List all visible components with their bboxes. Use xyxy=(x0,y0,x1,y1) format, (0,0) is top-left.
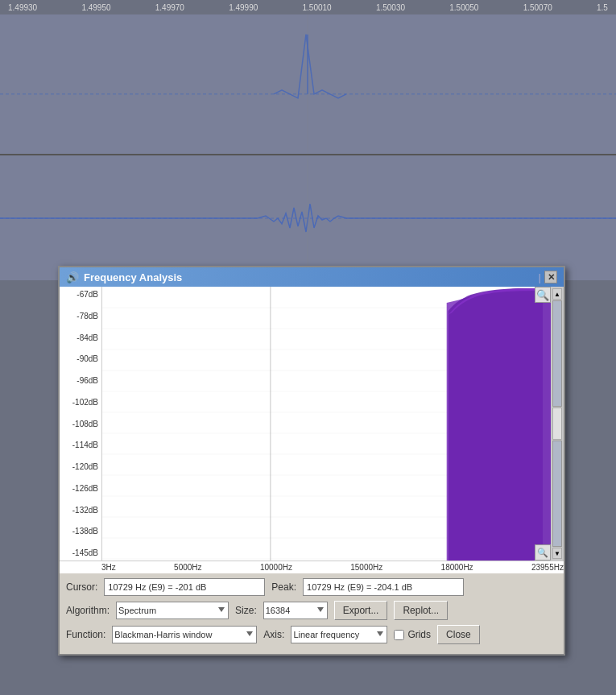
grids-checkbox-row: Grids xyxy=(394,629,431,640)
function-axis-row: Function: Blackman-Harris window Axis: L… xyxy=(66,625,557,644)
frequency-analysis-dialog: 🔊 Frequency Analysis | ✕ -67dB -78dB -84… xyxy=(58,266,565,656)
x-label-4: 15000Hz xyxy=(350,563,382,572)
freq-label-6: 1.50030 xyxy=(376,3,405,12)
freq-label-7: 1.50050 xyxy=(449,3,478,12)
y-label-4: -90dB xyxy=(63,354,98,363)
chart-scrollbar[interactable]: ▲ ▼ xyxy=(551,287,564,561)
axis-label: Axis: xyxy=(263,629,284,640)
replot-button[interactable]: Replot... xyxy=(394,601,448,620)
freq-label-3: 1.49970 xyxy=(155,3,184,12)
peak-label: Peak: xyxy=(271,581,296,593)
scrollbar-down[interactable]: ▼ xyxy=(552,548,562,559)
controls-area: Cursor: Peak: Algorithm: Spectrum Size: … xyxy=(60,573,564,654)
zoom-out-button[interactable]: 🔍 xyxy=(535,544,551,561)
dialog-icon: 🔊 xyxy=(66,271,79,283)
dialog-title: Frequency Analysis xyxy=(84,271,182,283)
freq-label-4: 1.49990 xyxy=(229,3,258,12)
size-label: Size: xyxy=(235,605,257,616)
grids-checkbox[interactable] xyxy=(394,630,404,640)
x-label-2: 5000Hz xyxy=(174,563,201,572)
dialog-close-button[interactable]: ✕ xyxy=(544,271,557,283)
dialog-title-left: 🔊 Frequency Analysis xyxy=(66,271,182,283)
y-label-13: -145dB xyxy=(63,548,98,557)
freq-label-2: 1.49950 xyxy=(81,3,110,12)
y-label-3: -84dB xyxy=(63,333,98,342)
function-label: Function: xyxy=(66,629,105,640)
y-label-10: -126dB xyxy=(63,484,98,493)
waveform-top xyxy=(0,14,616,155)
y-label-5: -96dB xyxy=(63,376,98,385)
export-button[interactable]: Export... xyxy=(334,601,388,620)
peak-field[interactable] xyxy=(303,578,464,596)
x-label-6: 23955Hz xyxy=(531,563,564,572)
y-label-7: -108dB xyxy=(63,420,98,428)
chart-plot: 🔍 🔍 xyxy=(101,287,551,561)
function-select[interactable]: Blackman-Harris window xyxy=(112,626,257,643)
algorithm-size-row: Algorithm: Spectrum Size: 16384 Export..… xyxy=(66,601,557,620)
cursor-field[interactable] xyxy=(104,578,265,596)
y-label-8: -114dB xyxy=(63,441,98,449)
freq-label-1: 1.49930 xyxy=(8,3,37,12)
dialog-titlebar: 🔊 Frequency Analysis | ✕ xyxy=(60,267,564,287)
zoom-in-button[interactable]: 🔍 xyxy=(535,287,551,303)
axis-select[interactable]: Linear frequency xyxy=(291,626,387,643)
freq-label-5: 1.50010 xyxy=(303,3,332,12)
x-label-1: 3Hz xyxy=(101,563,116,572)
algorithm-select[interactable]: Spectrum xyxy=(116,602,229,619)
y-label-11: -132dB xyxy=(63,506,98,515)
size-select[interactable]: 16384 xyxy=(263,602,328,619)
close-button[interactable]: Close xyxy=(437,625,480,644)
freq-label-9: 1.5 xyxy=(597,3,608,12)
x-axis: 3Hz 5000Hz 10000Hz 15000Hz 18000Hz 23955… xyxy=(60,561,564,573)
y-axis: -67dB -78dB -84dB -90dB -96dB -102dB -10… xyxy=(60,287,101,561)
x-label-5: 18000Hz xyxy=(441,563,473,572)
freq-label-8: 1.50070 xyxy=(523,3,552,12)
chart-container: -67dB -78dB -84dB -90dB -96dB -102dB -10… xyxy=(60,287,564,561)
scrollbar-thumb[interactable] xyxy=(552,407,562,440)
y-label-1: -67dB xyxy=(63,290,98,299)
y-label-12: -138dB xyxy=(63,527,98,536)
cursor-peak-row: Cursor: Peak: xyxy=(66,578,557,596)
grids-label: Grids xyxy=(407,629,431,640)
scrollbar-up[interactable]: ▲ xyxy=(552,288,562,300)
cursor-label: Cursor: xyxy=(66,581,97,593)
title-divider: | xyxy=(539,271,541,283)
x-label-3: 10000Hz xyxy=(260,563,292,572)
y-label-2: -78dB xyxy=(63,312,98,321)
waveform-bottom xyxy=(0,155,616,280)
y-label-9: -120dB xyxy=(63,462,98,471)
algorithm-label: Algorithm: xyxy=(66,605,110,616)
frequency-axis: 1.49930 1.49950 1.49970 1.49990 1.50010 … xyxy=(0,0,616,14)
y-label-6: -102dB xyxy=(63,398,98,407)
